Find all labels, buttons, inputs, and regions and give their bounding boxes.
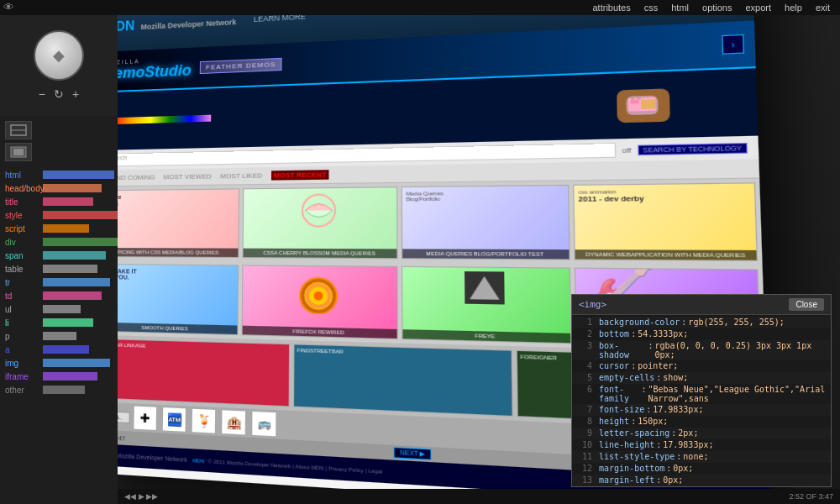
menu-html[interactable]: html: [664, 3, 696, 13]
demo-card-6[interactable]: FIREFOX REWIRED: [242, 265, 398, 339]
menu-bar: attributes css html options export help …: [0, 0, 840, 15]
menu-css[interactable]: css: [638, 3, 665, 13]
tree-item-iframe[interactable]: iframe: [0, 370, 118, 383]
demo-card-5[interactable]: NOW TAKE ITWITH YOU. SMOOTH QUERIES: [118, 264, 239, 335]
mdn-nav: LEARN MORE: [254, 15, 306, 24]
demo-card-7[interactable]: FREYE: [402, 266, 571, 344]
css-inspector: <img> Close 1background-color: rgb(255, …: [571, 294, 832, 487]
demo-card-1[interactable]: ⌘nameBig Box SPICING WITH CSS MEDIA/BLOG…: [118, 188, 239, 258]
menu-options[interactable]: options: [696, 3, 738, 13]
nyan-cat: [617, 88, 670, 123]
tree-item-li[interactable]: li: [0, 316, 118, 329]
footer-text: © 2011 Mozilla Developer Network: [118, 451, 187, 463]
tree-item-td[interactable]: td: [0, 289, 118, 302]
menu-help[interactable]: help: [778, 3, 809, 13]
next-arrow-btn[interactable]: ›: [722, 34, 744, 55]
demo-grid-row1: ⌘nameBig Box SPICING WITH CSS MEDIA/BLOG…: [118, 179, 763, 265]
icon-hotel[interactable]: 🏨: [221, 409, 246, 435]
demo-card-2[interactable]: CSSA CHERRY BLOSSOM MEDIA QUERIES: [243, 186, 398, 259]
left-sidebar: − ↻ + htmlhead/bodytitlestylescriptdivsp…: [0, 15, 118, 504]
layer-icon-2[interactable]: [5, 143, 32, 161]
mdn-logo: MDN Mozilla Developer Network: [118, 15, 237, 34]
icon-cross[interactable]: ✚: [133, 405, 157, 431]
icon-atm[interactable]: 🏧: [162, 407, 186, 433]
tree-item-ul[interactable]: ul: [0, 302, 118, 316]
tree-item-div[interactable]: div: [0, 235, 118, 249]
tree-item-html[interactable]: html: [0, 168, 118, 181]
svg-rect-7: [641, 99, 656, 109]
main-area: MDN Mozilla Developer Network LEARN MORE…: [118, 15, 840, 504]
status-page-count: 2:52 OF 3:47: [789, 492, 833, 501]
css-line-10: 10line-height: 17.9833px;: [572, 439, 831, 451]
css-line-3: 3box-shadow: rgba(0, 0, 0, 0.25) 3px 3px…: [572, 340, 831, 360]
demo-studio-title: DemoStudio: [118, 62, 192, 83]
tree-item-style[interactable]: style: [0, 208, 118, 222]
css-line-12: 12margin-bottom: 0px;: [572, 463, 831, 475]
tree-item-table[interactable]: table: [0, 262, 118, 276]
tree-item-p[interactable]: p: [0, 329, 118, 343]
css-line-1: 1background-color: rgb(255, 255, 255);: [572, 317, 831, 328]
tree-item-span[interactable]: span: [0, 249, 118, 262]
css-line-11: 11list-style-type: none;: [572, 451, 831, 463]
css-line-13: 13margin-left: 0px;: [572, 475, 831, 486]
eye-icon: 👁: [3, 1, 14, 13]
layer-icons: [0, 116, 118, 166]
status-bar: ◀◀ ▶ ▶▶ 2:52 OF 3:47: [118, 489, 840, 504]
status-text: ◀◀ ▶ ▶▶: [124, 492, 158, 501]
zoom-out-button[interactable]: −: [39, 87, 45, 101]
css-line-5: 5empty-cells: show;: [572, 372, 831, 384]
next-button[interactable]: NEXT ▶: [393, 447, 432, 460]
inspector-header: <img> Close: [572, 295, 831, 315]
css-line-6: 6font-family: "Bebas Neue","League Gothi…: [572, 384, 831, 404]
needa-label: NEEDA..: [118, 410, 130, 423]
demo-card-4[interactable]: css animation 2011 - dev derby DYNAMIC W…: [573, 182, 758, 261]
menu-exit[interactable]: exit: [809, 3, 837, 13]
element-tree: htmlhead/bodytitlestylescriptdivspantabl…: [0, 166, 118, 504]
tree-item-other[interactable]: other: [0, 383, 118, 396]
rainbow-bar: [118, 115, 211, 124]
tree-item-head/body[interactable]: head/body: [0, 181, 118, 195]
css-line-7: 7font-size: 17.9833px;: [572, 404, 831, 416]
tree-item-img[interactable]: img: [0, 356, 118, 370]
svg-rect-6: [631, 100, 639, 104]
layer-icon-1[interactable]: [5, 121, 32, 139]
tree-item-tr[interactable]: tr: [0, 276, 118, 289]
inspector-tag: <img>: [579, 299, 606, 310]
tree-item-script[interactable]: script: [0, 222, 118, 235]
menu-attributes[interactable]: attributes: [585, 3, 637, 13]
refresh-button[interactable]: ↻: [54, 87, 64, 101]
demo-card-3[interactable]: Media QueriesBlog/Portfolio MEDIA QUERIE…: [402, 185, 570, 260]
tree-item-a[interactable]: a: [0, 343, 118, 356]
compass[interactable]: [34, 30, 84, 81]
icon-cocktail[interactable]: 🍹: [192, 408, 217, 434]
css-line-2: 2bottom: 54.3333px;: [572, 328, 831, 340]
feather-badge: FEATHER DEMOS: [200, 57, 282, 73]
css-line-8: 8height: 150px;: [572, 416, 831, 428]
demo-card-9[interactable]: FROG-BAR LINKAGE: [118, 339, 290, 407]
css-line-4: 4cursor: pointer;: [572, 360, 831, 372]
inspector-close-button[interactable]: Close: [789, 298, 824, 311]
tree-item-title[interactable]: title: [0, 195, 118, 208]
demo-card-10[interactable]: FINDSTREETBAR: [293, 344, 513, 417]
search-technology-badge: SEARCH BY TECHNOLOGY: [638, 142, 748, 155]
menu-export[interactable]: export: [739, 3, 779, 13]
inspector-content[interactable]: 1background-color: rgb(255, 255, 255);2b…: [572, 315, 831, 486]
svg-rect-3: [13, 149, 24, 155]
css-line-9: 9letter-spacing: 2px;: [572, 428, 831, 439]
icon-bus[interactable]: 🚌: [251, 411, 276, 438]
zoom-in-button[interactable]: +: [72, 87, 79, 101]
navigator: − ↻ +: [0, 15, 118, 116]
